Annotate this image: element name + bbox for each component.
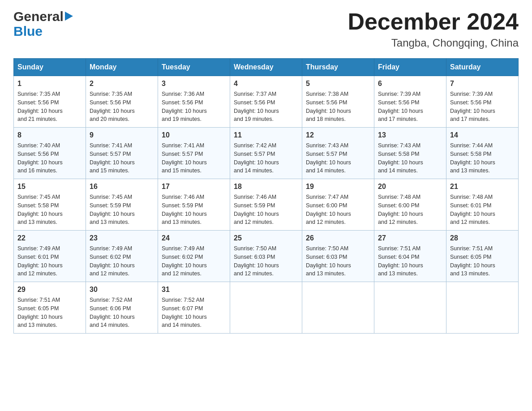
calendar-cell: 16 Sunrise: 7:45 AM Sunset: 5:59 PM Dayl…: [86, 179, 158, 231]
logo-blue: Blue: [13, 24, 73, 39]
calendar-cell: 18 Sunrise: 7:46 AM Sunset: 5:59 PM Dayl…: [230, 179, 302, 231]
day-number: 14: [450, 131, 515, 139]
day-info: Sunrise: 7:48 AM Sunset: 6:00 PM Dayligh…: [378, 193, 442, 227]
calendar-cell: 22 Sunrise: 7:49 AM Sunset: 6:01 PM Dayl…: [14, 231, 86, 282]
day-info: Sunrise: 7:41 AM Sunset: 5:57 PM Dayligh…: [90, 141, 154, 175]
day-info: Sunrise: 7:52 AM Sunset: 6:07 PM Dayligh…: [162, 296, 226, 330]
calendar-cell: 10 Sunrise: 7:41 AM Sunset: 5:57 PM Dayl…: [158, 128, 230, 179]
day-info: Sunrise: 7:51 AM Sunset: 6:05 PM Dayligh…: [17, 296, 82, 330]
calendar-cell: 2 Sunrise: 7:35 AM Sunset: 5:56 PM Dayli…: [86, 76, 158, 128]
day-info: Sunrise: 7:45 AM Sunset: 5:58 PM Dayligh…: [17, 193, 82, 227]
day-info: Sunrise: 7:46 AM Sunset: 5:59 PM Dayligh…: [234, 193, 298, 227]
day-number: 29: [17, 286, 82, 294]
day-number: 26: [306, 234, 370, 242]
day-number: 7: [450, 80, 515, 88]
day-number: 4: [234, 80, 298, 88]
day-number: 2: [90, 80, 154, 88]
svg-marker-0: [65, 12, 73, 21]
day-info: Sunrise: 7:39 AM Sunset: 5:56 PM Dayligh…: [450, 90, 515, 124]
calendar-cell: 26 Sunrise: 7:50 AM Sunset: 6:03 PM Dayl…: [302, 231, 374, 282]
calendar-cell: 20 Sunrise: 7:48 AM Sunset: 6:00 PM Dayl…: [374, 179, 446, 231]
calendar-week-row: 29 Sunrise: 7:51 AM Sunset: 6:05 PM Dayl…: [14, 282, 519, 334]
month-title: December 2024: [348, 9, 519, 34]
calendar-cell: 7 Sunrise: 7:39 AM Sunset: 5:56 PM Dayli…: [446, 76, 519, 128]
day-number: 12: [306, 131, 370, 139]
day-number: 28: [450, 234, 515, 242]
day-info: Sunrise: 7:49 AM Sunset: 6:01 PM Dayligh…: [17, 244, 82, 278]
calendar-cell: 13 Sunrise: 7:43 AM Sunset: 5:58 PM Dayl…: [374, 128, 446, 179]
day-info: Sunrise: 7:52 AM Sunset: 6:06 PM Dayligh…: [90, 296, 154, 330]
day-info: Sunrise: 7:39 AM Sunset: 5:56 PM Dayligh…: [378, 90, 442, 124]
calendar-cell: 21 Sunrise: 7:48 AM Sunset: 6:01 PM Dayl…: [446, 179, 519, 231]
calendar-cell: 1 Sunrise: 7:35 AM Sunset: 5:56 PM Dayli…: [14, 76, 86, 128]
day-number: 23: [90, 234, 154, 242]
day-number: 16: [90, 183, 154, 191]
header-sunday: Sunday: [14, 59, 86, 76]
day-info: Sunrise: 7:35 AM Sunset: 5:56 PM Dayligh…: [90, 90, 154, 124]
calendar-cell: 14 Sunrise: 7:44 AM Sunset: 5:58 PM Dayl…: [446, 128, 519, 179]
day-number: 20: [378, 183, 442, 191]
calendar-week-row: 22 Sunrise: 7:49 AM Sunset: 6:01 PM Dayl…: [14, 231, 519, 282]
day-number: 9: [90, 131, 154, 139]
day-number: 11: [234, 131, 298, 139]
day-number: 5: [306, 80, 370, 88]
calendar-cell: 5 Sunrise: 7:38 AM Sunset: 5:56 PM Dayli…: [302, 76, 374, 128]
day-number: 24: [162, 234, 226, 242]
day-info: Sunrise: 7:45 AM Sunset: 5:59 PM Dayligh…: [90, 193, 154, 227]
header-friday: Friday: [374, 59, 446, 76]
day-number: 19: [306, 183, 370, 191]
calendar-cell: 11 Sunrise: 7:42 AM Sunset: 5:57 PM Dayl…: [230, 128, 302, 179]
calendar-cell: 9 Sunrise: 7:41 AM Sunset: 5:57 PM Dayli…: [86, 128, 158, 179]
calendar-cell: 30 Sunrise: 7:52 AM Sunset: 6:06 PM Dayl…: [86, 282, 158, 334]
day-number: 21: [450, 183, 515, 191]
day-number: 31: [162, 286, 226, 294]
calendar-cell: 6 Sunrise: 7:39 AM Sunset: 5:56 PM Dayli…: [374, 76, 446, 128]
header-monday: Monday: [86, 59, 158, 76]
calendar-week-row: 15 Sunrise: 7:45 AM Sunset: 5:58 PM Dayl…: [14, 179, 519, 231]
logo-general: General: [13, 9, 64, 24]
calendar-cell: [302, 282, 374, 334]
day-info: Sunrise: 7:35 AM Sunset: 5:56 PM Dayligh…: [17, 90, 82, 124]
day-number: 22: [17, 234, 82, 242]
calendar-cell: [230, 282, 302, 334]
day-number: 18: [234, 183, 298, 191]
day-number: 13: [378, 131, 442, 139]
header-tuesday: Tuesday: [158, 59, 230, 76]
day-info: Sunrise: 7:44 AM Sunset: 5:58 PM Dayligh…: [450, 141, 515, 175]
day-info: Sunrise: 7:51 AM Sunset: 6:04 PM Dayligh…: [378, 244, 442, 278]
day-number: 6: [378, 80, 442, 88]
calendar-cell: [374, 282, 446, 334]
day-number: 30: [90, 286, 154, 294]
title-section: December 2024 Tangba, Chongqing, China: [348, 9, 519, 49]
header-wednesday: Wednesday: [230, 59, 302, 76]
day-info: Sunrise: 7:46 AM Sunset: 5:59 PM Dayligh…: [162, 193, 226, 227]
day-number: 15: [17, 183, 82, 191]
calendar-header-row: SundayMondayTuesdayWednesdayThursdayFrid…: [14, 59, 519, 76]
calendar-table: SundayMondayTuesdayWednesdayThursdayFrid…: [13, 58, 519, 334]
day-number: 25: [234, 234, 298, 242]
calendar-cell: [446, 282, 519, 334]
calendar-cell: 15 Sunrise: 7:45 AM Sunset: 5:58 PM Dayl…: [14, 179, 86, 231]
day-info: Sunrise: 7:50 AM Sunset: 6:03 PM Dayligh…: [306, 244, 370, 278]
day-info: Sunrise: 7:43 AM Sunset: 5:57 PM Dayligh…: [306, 141, 370, 175]
calendar-cell: 27 Sunrise: 7:51 AM Sunset: 6:04 PM Dayl…: [374, 231, 446, 282]
calendar-cell: 4 Sunrise: 7:37 AM Sunset: 5:56 PM Dayli…: [230, 76, 302, 128]
day-number: 8: [17, 131, 82, 139]
calendar-week-row: 1 Sunrise: 7:35 AM Sunset: 5:56 PM Dayli…: [14, 76, 519, 128]
logo-arrow-icon: [65, 12, 73, 22]
day-info: Sunrise: 7:38 AM Sunset: 5:56 PM Dayligh…: [306, 90, 370, 124]
day-info: Sunrise: 7:43 AM Sunset: 5:58 PM Dayligh…: [378, 141, 442, 175]
calendar-cell: 29 Sunrise: 7:51 AM Sunset: 6:05 PM Dayl…: [14, 282, 86, 334]
calendar-cell: 31 Sunrise: 7:52 AM Sunset: 6:07 PM Dayl…: [158, 282, 230, 334]
day-info: Sunrise: 7:48 AM Sunset: 6:01 PM Dayligh…: [450, 193, 515, 227]
day-info: Sunrise: 7:40 AM Sunset: 5:56 PM Dayligh…: [17, 141, 82, 175]
calendar-cell: 8 Sunrise: 7:40 AM Sunset: 5:56 PM Dayli…: [14, 128, 86, 179]
day-info: Sunrise: 7:37 AM Sunset: 5:56 PM Dayligh…: [234, 90, 298, 124]
header-saturday: Saturday: [446, 59, 519, 76]
calendar-cell: 23 Sunrise: 7:49 AM Sunset: 6:02 PM Dayl…: [86, 231, 158, 282]
location-title: Tangba, Chongqing, China: [348, 37, 519, 49]
calendar-cell: 25 Sunrise: 7:50 AM Sunset: 6:03 PM Dayl…: [230, 231, 302, 282]
calendar-cell: 3 Sunrise: 7:36 AM Sunset: 5:56 PM Dayli…: [158, 76, 230, 128]
calendar-cell: 19 Sunrise: 7:47 AM Sunset: 6:00 PM Dayl…: [302, 179, 374, 231]
calendar-cell: 17 Sunrise: 7:46 AM Sunset: 5:59 PM Dayl…: [158, 179, 230, 231]
